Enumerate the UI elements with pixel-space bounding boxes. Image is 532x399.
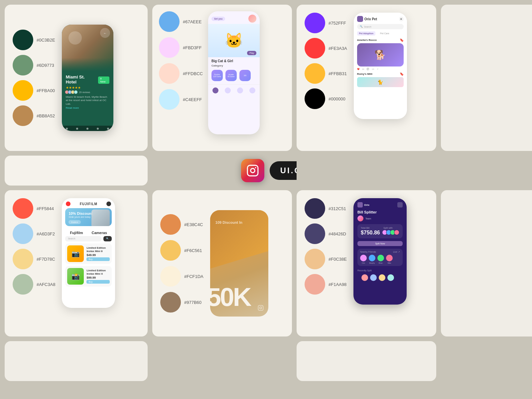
bill-title: Bill Splitter (353, 210, 407, 214)
swatch-1 (13, 30, 33, 50)
game-app-card: #67AEEE #FBD3FF #FFDBCC #C4EEFF Set you … (152, 5, 292, 151)
game-phone-mockup: Set you 🐱 Play Big Cat & Girl Category P… (208, 11, 260, 134)
pet-search-bar[interactable]: 🔍 Search (357, 24, 404, 29)
game-swatch-label-2: #FBD3FF (183, 45, 201, 50)
friend-name-2: Murphy (369, 262, 375, 264)
pet-swatch-row-3: #FFBB31 (305, 63, 347, 84)
pet-second-name: Romy's Milli (357, 72, 372, 75)
game-color-swatches: #67AEEE #FBD3FF #FFDBCC #C4EEFF (159, 11, 203, 144)
fuji-swatch-label-4: #AFC3A8 (37, 282, 55, 287)
fuji-product-info-2: Limited EditionInstax Mini X $99.99 Buy (86, 269, 110, 284)
bill-swatch-label-2: #48426D (329, 231, 346, 236)
pet-tabs: Pet Adoption Pet Care (354, 31, 407, 38)
fuji-settings-icon[interactable] (106, 201, 111, 206)
fuji-swatch-row-2: #A6D3F2 (13, 223, 55, 244)
pet-first-name: Amelia's Rocco (357, 39, 377, 42)
bill-logo-icon (357, 202, 363, 207)
cat-icon: 🐈 (377, 79, 383, 85)
swatch-label-4: #BB8A52 (37, 113, 55, 118)
promo-50k-text: 50K (210, 284, 250, 310)
pet-swatch-row-1: #752FFF (305, 13, 347, 33)
hotel-color-swatches: #0C3B2E #6D9773 #FFBA00 #BB8A52 (13, 30, 55, 126)
bill-friends-row: Ciro Murphy Brian Mike (360, 255, 400, 264)
pet-swatch-2 (305, 38, 325, 59)
hotel-nav-bar (62, 126, 113, 131)
bill-user-avatar (357, 215, 363, 221)
pet-menu-icon[interactable]: ≡ (399, 17, 404, 21)
promo-swatch-label-4: #977B60 (184, 300, 201, 305)
fuji-search-button[interactable]: 🔍 (103, 236, 112, 241)
bill-swatch-label-1: #312C51 (329, 206, 346, 211)
fuji-product-2: 📸 Limited EditionInstax Mini X $99.99 Bu… (65, 266, 112, 287)
bill-color-swatches: #312C51 #48426D #F0C38E #F1AA98 (305, 198, 347, 329)
promo-swatch-row-3: #FCF1DA (160, 266, 203, 287)
game-category-arcade[interactable]: Arcade 60 Game (225, 70, 237, 81)
svg-point-2 (255, 167, 256, 168)
pet-comment-icon[interactable]: 💬 (367, 68, 369, 70)
game-hero-section: 🐱 Play (208, 24, 260, 57)
fuji-buy-button-2[interactable]: Buy (86, 280, 110, 284)
game-cat-count-3: 100 (244, 74, 246, 76)
pet-color-swatches: #752FFF #FE3A3A #FFBB31 #000000 (305, 13, 347, 143)
tab-pet-adoption[interactable]: Pet Adoption (357, 31, 375, 36)
hotel-phone-mockup: ← Miami St. Hotel 8 New ★★★★★ (62, 25, 113, 131)
game-play-button[interactable]: Play (247, 51, 256, 55)
bill-swatch-4 (305, 274, 325, 295)
hotel-app-card: #0C3B2E #6D9773 #FFBA00 #BB8A52 ← (5, 5, 148, 151)
game-cat-emoji: 🐱 (225, 32, 243, 49)
pet-featured-card: 🐕 (357, 43, 404, 66)
pet-app-header: Orix Pet ≡ (354, 13, 407, 24)
bookmark-icon[interactable]: 🔖 (400, 38, 404, 42)
friend-avatar-2 (369, 255, 375, 261)
hotel-description: Miami St beach front, Myrtle Beach at th… (66, 95, 109, 106)
promo-swatch-label-1: #E38C4C (184, 222, 203, 227)
game-nav-home-icon (212, 87, 218, 93)
fuji-swatch-row-1: #FF5844 (13, 198, 55, 219)
game-nav-home[interactable] (212, 87, 218, 93)
fuji-swatch-3 (13, 249, 33, 269)
fuji-section-sub: Cameras (87, 228, 111, 236)
pet-app-name: Orix Pet (364, 17, 377, 21)
hotel-read-more[interactable]: Read more (66, 106, 109, 109)
bookmark-icon-2[interactable]: 🔖 (400, 72, 404, 76)
friend-name-1: Ciro (362, 262, 365, 264)
game-nav-bar (208, 84, 260, 95)
game-title: Big Cat & Girl (208, 57, 260, 64)
game-swatch-row-2: #FBD3FF (159, 37, 203, 58)
game-swatch-row-1: #67AEEE (159, 11, 203, 32)
game-category-puzzles[interactable]: Puzzles 120 Game (211, 70, 223, 81)
recent-avatar-3 (379, 274, 385, 281)
nav-food (97, 128, 99, 130)
game-cat-count-1: 120 Game (213, 75, 221, 77)
bill-split-now-button[interactable]: Split Now (357, 241, 403, 246)
pet-swatch-1 (305, 13, 325, 33)
bill-recent-section: Recently Split (353, 268, 407, 284)
bill-swatch-2 (305, 223, 325, 244)
game-nav-bookmark[interactable] (237, 87, 243, 93)
pet-like-icon[interactable]: ❤️ (357, 68, 359, 70)
pet-share-icon[interactable]: ↗ (377, 68, 378, 70)
swatch-3 (13, 80, 33, 101)
bill-live-label[interactable]: Live ↗ (393, 251, 400, 253)
fuji-search-input[interactable]: Search (65, 236, 101, 241)
nav-wifi (76, 128, 78, 130)
bottom-strip-far (441, 341, 532, 381)
recent-avatar-1 (361, 274, 368, 281)
promo-swatch-1 (160, 214, 181, 235)
game-category-more[interactable]: 100 (239, 70, 251, 81)
game-nav-profile[interactable] (249, 87, 255, 93)
promo-instagram-icon (258, 305, 264, 312)
swatch-row-4: #BB8A52 (13, 105, 55, 126)
fuji-buy-button-1[interactable]: Buy (86, 257, 110, 261)
recent-avatar-2 (370, 274, 377, 281)
fuji-explore-button[interactable]: Explore (68, 220, 80, 224)
tab-pet-care[interactable]: Pet Care (378, 31, 391, 36)
game-nav-grid[interactable] (225, 87, 231, 93)
fuji-product-name-2: Limited EditionInstax Mini X (86, 269, 110, 275)
bill-amount-row: Total Bill $750.86 Split with (361, 227, 399, 236)
pet-swatch-label-3: #FFBB31 (329, 71, 347, 76)
game-cat-count-2: 60 Game (228, 75, 235, 77)
bill-nearby-section: Nearby Friends Live ↗ Ciro Murphy Brian (357, 249, 403, 266)
swatch-row-1: #0C3B2E (13, 30, 55, 50)
bill-menu-icon[interactable] (397, 202, 403, 207)
